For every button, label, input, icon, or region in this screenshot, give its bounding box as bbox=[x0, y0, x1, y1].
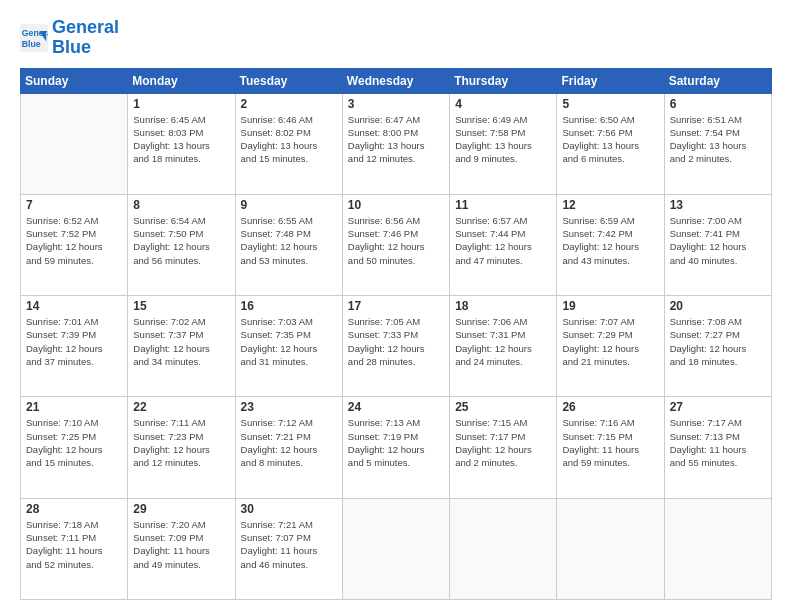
calendar-cell: 25Sunrise: 7:15 AM Sunset: 7:17 PM Dayli… bbox=[450, 397, 557, 498]
day-info: Sunrise: 6:49 AM Sunset: 7:58 PM Dayligh… bbox=[455, 113, 551, 166]
day-number: 14 bbox=[26, 299, 122, 313]
day-number: 12 bbox=[562, 198, 658, 212]
calendar-cell bbox=[450, 498, 557, 599]
day-number: 21 bbox=[26, 400, 122, 414]
day-info: Sunrise: 7:03 AM Sunset: 7:35 PM Dayligh… bbox=[241, 315, 337, 368]
calendar-cell: 2Sunrise: 6:46 AM Sunset: 8:02 PM Daylig… bbox=[235, 93, 342, 194]
day-number: 6 bbox=[670, 97, 766, 111]
day-info: Sunrise: 7:11 AM Sunset: 7:23 PM Dayligh… bbox=[133, 416, 229, 469]
day-info: Sunrise: 7:17 AM Sunset: 7:13 PM Dayligh… bbox=[670, 416, 766, 469]
day-number: 4 bbox=[455, 97, 551, 111]
calendar-cell: 8Sunrise: 6:54 AM Sunset: 7:50 PM Daylig… bbox=[128, 194, 235, 295]
calendar-cell: 12Sunrise: 6:59 AM Sunset: 7:42 PM Dayli… bbox=[557, 194, 664, 295]
calendar-week-row: 1Sunrise: 6:45 AM Sunset: 8:03 PM Daylig… bbox=[21, 93, 772, 194]
day-info: Sunrise: 6:45 AM Sunset: 8:03 PM Dayligh… bbox=[133, 113, 229, 166]
calendar-cell: 21Sunrise: 7:10 AM Sunset: 7:25 PM Dayli… bbox=[21, 397, 128, 498]
day-number: 26 bbox=[562, 400, 658, 414]
day-info: Sunrise: 6:52 AM Sunset: 7:52 PM Dayligh… bbox=[26, 214, 122, 267]
calendar-cell: 27Sunrise: 7:17 AM Sunset: 7:13 PM Dayli… bbox=[664, 397, 771, 498]
calendar-cell: 22Sunrise: 7:11 AM Sunset: 7:23 PM Dayli… bbox=[128, 397, 235, 498]
calendar-cell: 3Sunrise: 6:47 AM Sunset: 8:00 PM Daylig… bbox=[342, 93, 449, 194]
day-info: Sunrise: 7:15 AM Sunset: 7:17 PM Dayligh… bbox=[455, 416, 551, 469]
day-info: Sunrise: 7:01 AM Sunset: 7:39 PM Dayligh… bbox=[26, 315, 122, 368]
calendar-cell: 26Sunrise: 7:16 AM Sunset: 7:15 PM Dayli… bbox=[557, 397, 664, 498]
calendar-cell: 23Sunrise: 7:12 AM Sunset: 7:21 PM Dayli… bbox=[235, 397, 342, 498]
weekday-header-tuesday: Tuesday bbox=[235, 68, 342, 93]
day-info: Sunrise: 6:55 AM Sunset: 7:48 PM Dayligh… bbox=[241, 214, 337, 267]
calendar-week-row: 7Sunrise: 6:52 AM Sunset: 7:52 PM Daylig… bbox=[21, 194, 772, 295]
day-number: 11 bbox=[455, 198, 551, 212]
day-info: Sunrise: 6:57 AM Sunset: 7:44 PM Dayligh… bbox=[455, 214, 551, 267]
day-info: Sunrise: 7:10 AM Sunset: 7:25 PM Dayligh… bbox=[26, 416, 122, 469]
calendar-table: SundayMondayTuesdayWednesdayThursdayFrid… bbox=[20, 68, 772, 600]
calendar-cell: 5Sunrise: 6:50 AM Sunset: 7:56 PM Daylig… bbox=[557, 93, 664, 194]
day-number: 8 bbox=[133, 198, 229, 212]
day-info: Sunrise: 7:20 AM Sunset: 7:09 PM Dayligh… bbox=[133, 518, 229, 571]
day-number: 3 bbox=[348, 97, 444, 111]
day-number: 17 bbox=[348, 299, 444, 313]
day-number: 23 bbox=[241, 400, 337, 414]
calendar-cell: 6Sunrise: 6:51 AM Sunset: 7:54 PM Daylig… bbox=[664, 93, 771, 194]
calendar-cell: 9Sunrise: 6:55 AM Sunset: 7:48 PM Daylig… bbox=[235, 194, 342, 295]
calendar-cell bbox=[342, 498, 449, 599]
calendar-cell: 24Sunrise: 7:13 AM Sunset: 7:19 PM Dayli… bbox=[342, 397, 449, 498]
day-number: 24 bbox=[348, 400, 444, 414]
calendar-week-row: 14Sunrise: 7:01 AM Sunset: 7:39 PM Dayli… bbox=[21, 296, 772, 397]
calendar-cell: 10Sunrise: 6:56 AM Sunset: 7:46 PM Dayli… bbox=[342, 194, 449, 295]
calendar-cell: 15Sunrise: 7:02 AM Sunset: 7:37 PM Dayli… bbox=[128, 296, 235, 397]
calendar-cell: 17Sunrise: 7:05 AM Sunset: 7:33 PM Dayli… bbox=[342, 296, 449, 397]
calendar-week-row: 28Sunrise: 7:18 AM Sunset: 7:11 PM Dayli… bbox=[21, 498, 772, 599]
header: General Blue GeneralBlue bbox=[20, 18, 772, 58]
day-number: 28 bbox=[26, 502, 122, 516]
day-number: 13 bbox=[670, 198, 766, 212]
day-number: 22 bbox=[133, 400, 229, 414]
weekday-header-monday: Monday bbox=[128, 68, 235, 93]
day-info: Sunrise: 7:05 AM Sunset: 7:33 PM Dayligh… bbox=[348, 315, 444, 368]
day-info: Sunrise: 6:50 AM Sunset: 7:56 PM Dayligh… bbox=[562, 113, 658, 166]
calendar-cell: 4Sunrise: 6:49 AM Sunset: 7:58 PM Daylig… bbox=[450, 93, 557, 194]
day-info: Sunrise: 6:59 AM Sunset: 7:42 PM Dayligh… bbox=[562, 214, 658, 267]
day-number: 20 bbox=[670, 299, 766, 313]
weekday-header-row: SundayMondayTuesdayWednesdayThursdayFrid… bbox=[21, 68, 772, 93]
calendar-cell: 20Sunrise: 7:08 AM Sunset: 7:27 PM Dayli… bbox=[664, 296, 771, 397]
day-number: 18 bbox=[455, 299, 551, 313]
weekday-header-friday: Friday bbox=[557, 68, 664, 93]
calendar-cell: 28Sunrise: 7:18 AM Sunset: 7:11 PM Dayli… bbox=[21, 498, 128, 599]
day-number: 7 bbox=[26, 198, 122, 212]
calendar-cell: 11Sunrise: 6:57 AM Sunset: 7:44 PM Dayli… bbox=[450, 194, 557, 295]
day-info: Sunrise: 6:54 AM Sunset: 7:50 PM Dayligh… bbox=[133, 214, 229, 267]
day-number: 5 bbox=[562, 97, 658, 111]
page: General Blue GeneralBlue SundayMondayTue… bbox=[0, 0, 792, 612]
day-number: 29 bbox=[133, 502, 229, 516]
calendar-cell: 19Sunrise: 7:07 AM Sunset: 7:29 PM Dayli… bbox=[557, 296, 664, 397]
day-info: Sunrise: 6:47 AM Sunset: 8:00 PM Dayligh… bbox=[348, 113, 444, 166]
calendar-cell: 1Sunrise: 6:45 AM Sunset: 8:03 PM Daylig… bbox=[128, 93, 235, 194]
day-info: Sunrise: 6:51 AM Sunset: 7:54 PM Dayligh… bbox=[670, 113, 766, 166]
calendar-week-row: 21Sunrise: 7:10 AM Sunset: 7:25 PM Dayli… bbox=[21, 397, 772, 498]
day-number: 27 bbox=[670, 400, 766, 414]
day-number: 1 bbox=[133, 97, 229, 111]
day-info: Sunrise: 7:07 AM Sunset: 7:29 PM Dayligh… bbox=[562, 315, 658, 368]
day-number: 25 bbox=[455, 400, 551, 414]
svg-text:Blue: Blue bbox=[22, 39, 41, 49]
calendar-cell bbox=[664, 498, 771, 599]
calendar-cell bbox=[557, 498, 664, 599]
day-number: 30 bbox=[241, 502, 337, 516]
logo-text: GeneralBlue bbox=[52, 18, 119, 58]
day-info: Sunrise: 7:16 AM Sunset: 7:15 PM Dayligh… bbox=[562, 416, 658, 469]
day-info: Sunrise: 7:00 AM Sunset: 7:41 PM Dayligh… bbox=[670, 214, 766, 267]
weekday-header-saturday: Saturday bbox=[664, 68, 771, 93]
day-info: Sunrise: 7:13 AM Sunset: 7:19 PM Dayligh… bbox=[348, 416, 444, 469]
logo-icon: General Blue bbox=[20, 24, 48, 52]
day-info: Sunrise: 6:46 AM Sunset: 8:02 PM Dayligh… bbox=[241, 113, 337, 166]
logo: General Blue GeneralBlue bbox=[20, 18, 119, 58]
calendar-cell: 16Sunrise: 7:03 AM Sunset: 7:35 PM Dayli… bbox=[235, 296, 342, 397]
calendar-cell: 13Sunrise: 7:00 AM Sunset: 7:41 PM Dayli… bbox=[664, 194, 771, 295]
weekday-header-thursday: Thursday bbox=[450, 68, 557, 93]
day-info: Sunrise: 6:56 AM Sunset: 7:46 PM Dayligh… bbox=[348, 214, 444, 267]
day-info: Sunrise: 7:12 AM Sunset: 7:21 PM Dayligh… bbox=[241, 416, 337, 469]
day-number: 15 bbox=[133, 299, 229, 313]
day-info: Sunrise: 7:02 AM Sunset: 7:37 PM Dayligh… bbox=[133, 315, 229, 368]
calendar-cell: 29Sunrise: 7:20 AM Sunset: 7:09 PM Dayli… bbox=[128, 498, 235, 599]
day-number: 2 bbox=[241, 97, 337, 111]
